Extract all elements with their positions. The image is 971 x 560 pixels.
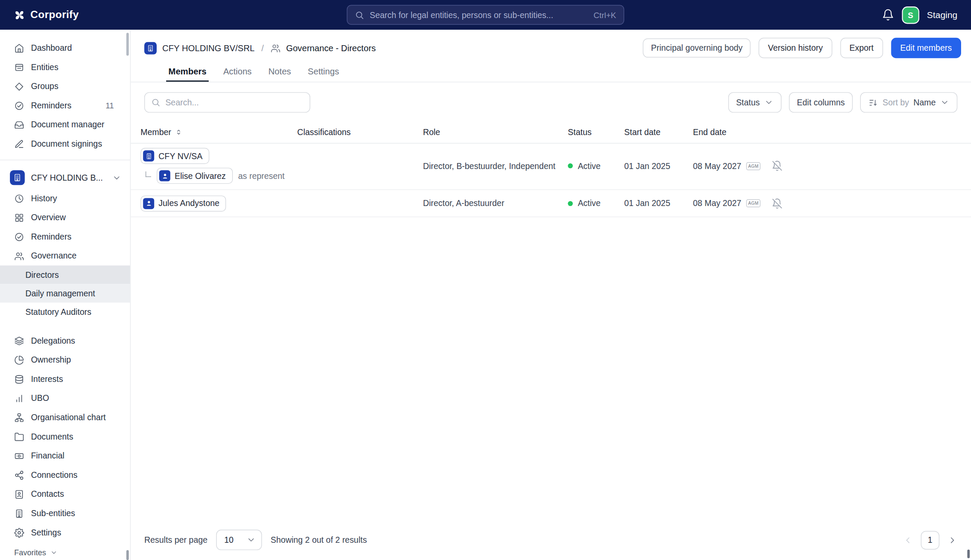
- entity-icon: [144, 42, 157, 54]
- chevron-down-icon: [50, 549, 58, 556]
- tab-actions[interactable]: Actions: [221, 62, 254, 82]
- member-cell: Jules Andystone: [141, 195, 297, 211]
- sidebar-item-document-manager[interactable]: Document manager: [0, 115, 130, 135]
- sidebar-item-document-signings[interactable]: Document signings: [0, 134, 130, 154]
- sidebar-item-governance[interactable]: Governance: [0, 246, 130, 266]
- brand-home-link[interactable]: Corporify: [14, 9, 79, 21]
- search-icon: [151, 98, 161, 107]
- sidebar-item-documents[interactable]: Documents: [0, 427, 130, 446]
- grid-icon: [14, 212, 24, 222]
- person-icon: [159, 170, 170, 182]
- page-size-select[interactable]: 10: [216, 530, 262, 550]
- table-row[interactable]: Jules Andystone Director, A-bestuurder A…: [131, 190, 971, 217]
- status-cell: Active: [568, 161, 624, 171]
- nested-corner-icon: [145, 171, 151, 177]
- org-chart-icon: [14, 412, 24, 422]
- sidebar-item-delegations[interactable]: Delegations: [0, 331, 130, 351]
- status-filter-button[interactable]: Status: [728, 92, 781, 112]
- global-search-input[interactable]: [370, 10, 588, 20]
- sort-by-button[interactable]: Sort by Name: [860, 92, 958, 112]
- column-header-end-date: End date: [693, 127, 772, 137]
- results-per-page-label: Results per page: [144, 535, 207, 545]
- tab-settings[interactable]: Settings: [305, 62, 341, 82]
- gear-icon: [14, 528, 24, 538]
- avatar-initial: S: [908, 10, 913, 20]
- sidebar-item-history[interactable]: History: [0, 189, 130, 208]
- chevron-down-icon: [112, 173, 121, 182]
- sidebar-scrollbar-thumb[interactable]: [127, 33, 129, 55]
- table-row[interactable]: CFY NV/SA Elise Olivarez as represent Di…: [131, 144, 971, 190]
- entity-selector[interactable]: CFY HOLDING B...: [0, 166, 130, 189]
- export-button[interactable]: Export: [840, 38, 883, 58]
- entities-icon: [14, 62, 24, 72]
- global-search[interactable]: Ctrl+K: [347, 5, 625, 25]
- breadcrumb-entity-link[interactable]: CFY HOLDING BV/SRL: [162, 43, 255, 53]
- user-avatar[interactable]: S: [903, 7, 918, 23]
- sidebar-item-entities[interactable]: Entities: [0, 58, 130, 77]
- sidebar-item-dashboard[interactable]: Dashboard: [0, 38, 130, 58]
- tab-notes[interactable]: Notes: [266, 62, 294, 82]
- inbox-icon: [14, 120, 24, 129]
- sidebar-item-daily-management[interactable]: Daily management: [0, 284, 130, 302]
- sidebar-item-directors[interactable]: Directors: [0, 265, 130, 284]
- share-icon: [14, 470, 24, 480]
- notifications-muted-icon[interactable]: [772, 198, 783, 209]
- reminders-count-badge: 11: [105, 101, 114, 111]
- page-number-box[interactable]: 1: [921, 531, 939, 549]
- previous-page-button[interactable]: [903, 535, 913, 545]
- sidebar-item-contacts[interactable]: Contacts: [0, 485, 130, 504]
- entity-icon: [143, 151, 154, 162]
- sidebar-item-ownership[interactable]: Ownership: [0, 350, 130, 369]
- column-header-classifications: Classifications: [297, 127, 423, 137]
- row-actions: [772, 160, 961, 172]
- layers-icon: [14, 336, 24, 346]
- sidebar-item-settings[interactable]: Settings: [0, 523, 130, 542]
- sidebar-item-reminders-entity[interactable]: Reminders: [0, 227, 130, 246]
- sidebar-item-interests[interactable]: Interests: [0, 369, 130, 389]
- table-footer: Results per page 10 Showing 2 out of 2 r…: [131, 523, 971, 560]
- edit-members-button[interactable]: Edit members: [891, 38, 961, 58]
- table-search-input[interactable]: [165, 98, 303, 107]
- sidebar: Dashboard Entities Groups Reminders 11 D…: [0, 30, 131, 560]
- column-header-start-date: Start date: [624, 127, 693, 137]
- notifications-muted-icon[interactable]: [772, 160, 783, 172]
- scrollbar-thumb[interactable]: [967, 550, 970, 558]
- results-summary: Showing 2 out of 2 results: [271, 535, 367, 545]
- home-icon: [14, 43, 24, 53]
- sidebar-divider: [0, 160, 130, 160]
- sidebar-item-overview[interactable]: Overview: [0, 208, 130, 227]
- corporify-logo-icon: [14, 9, 25, 21]
- check-circle-icon: [14, 232, 24, 242]
- sort-icon: [868, 98, 878, 108]
- member-chip-entity[interactable]: CFY NV/SA: [141, 148, 210, 164]
- status-cell: Active: [568, 199, 624, 208]
- sidebar-item-sub-entities[interactable]: Sub-entities: [0, 504, 130, 523]
- app-root: Corporify Ctrl+K S Staging Dashboard Ent…: [0, 0, 971, 560]
- next-page-button[interactable]: [947, 535, 957, 545]
- sidebar-item-connections[interactable]: Connections: [0, 465, 130, 485]
- sidebar-item-financial[interactable]: Financial: [0, 446, 130, 465]
- folder-icon: [14, 432, 24, 442]
- column-header-member[interactable]: Member: [141, 127, 297, 137]
- sidebar-item-ubo[interactable]: UBO: [0, 389, 130, 408]
- version-history-button[interactable]: Version history: [759, 38, 832, 58]
- edit-columns-button[interactable]: Edit columns: [789, 92, 853, 112]
- pagination: 1: [903, 531, 958, 549]
- member-chip-person[interactable]: Jules Andystone: [141, 195, 226, 211]
- sidebar-item-statutory-auditors[interactable]: Statutory Auditors: [0, 303, 130, 321]
- sidebar-item-organisational-chart[interactable]: Organisational chart: [0, 408, 130, 427]
- tab-members[interactable]: Members: [166, 62, 209, 82]
- sidebar-item-reminders-global[interactable]: Reminders 11: [0, 96, 130, 115]
- sidebar-scrollbar-thumb[interactable]: [127, 550, 129, 560]
- favorites-toggle[interactable]: Favorites: [0, 548, 130, 557]
- breadcrumb-page-title: Governance - Directors: [286, 43, 376, 53]
- member-chip-person[interactable]: Elise Olivarez: [157, 168, 232, 184]
- status-dot: [568, 163, 573, 169]
- sidebar-item-groups[interactable]: Groups: [0, 77, 130, 96]
- notifications-bell-icon[interactable]: [882, 9, 894, 21]
- table-search[interactable]: [144, 92, 310, 112]
- person-icon: [143, 198, 154, 209]
- representative-note: as represent: [238, 171, 284, 181]
- chevron-down-icon: [940, 98, 949, 107]
- agm-badge: AGM: [746, 162, 761, 170]
